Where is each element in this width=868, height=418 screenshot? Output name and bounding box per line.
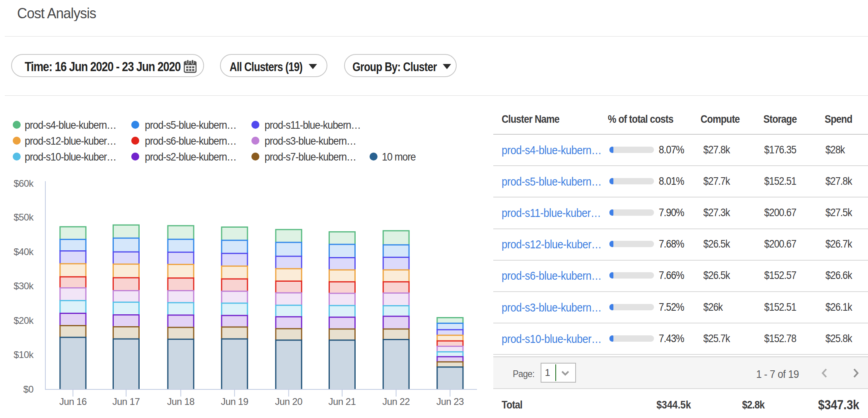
svg-text:Jun 16: Jun 16	[59, 396, 87, 407]
svg-text:Jun 19: Jun 19	[221, 396, 248, 407]
svg-text:Jun 21: Jun 21	[329, 396, 356, 407]
svg-text:$60k: $60k	[14, 178, 34, 189]
svg-text:Jun 20: Jun 20	[275, 396, 302, 407]
svg-text:$20k: $20k	[14, 315, 34, 326]
svg-text:Jun 18: Jun 18	[167, 396, 195, 407]
svg-text:$30k: $30k	[14, 281, 34, 291]
svg-text:Jun 17: Jun 17	[113, 396, 140, 407]
svg-text:Jun 22: Jun 22	[382, 396, 410, 407]
svg-text:$50k: $50k	[14, 212, 34, 223]
svg-text:Jun 23: Jun 23	[436, 396, 464, 407]
svg-text:$40k: $40k	[14, 246, 34, 257]
svg-text:$10k: $10k	[14, 349, 34, 360]
svg-text:$0: $0	[23, 384, 33, 395]
